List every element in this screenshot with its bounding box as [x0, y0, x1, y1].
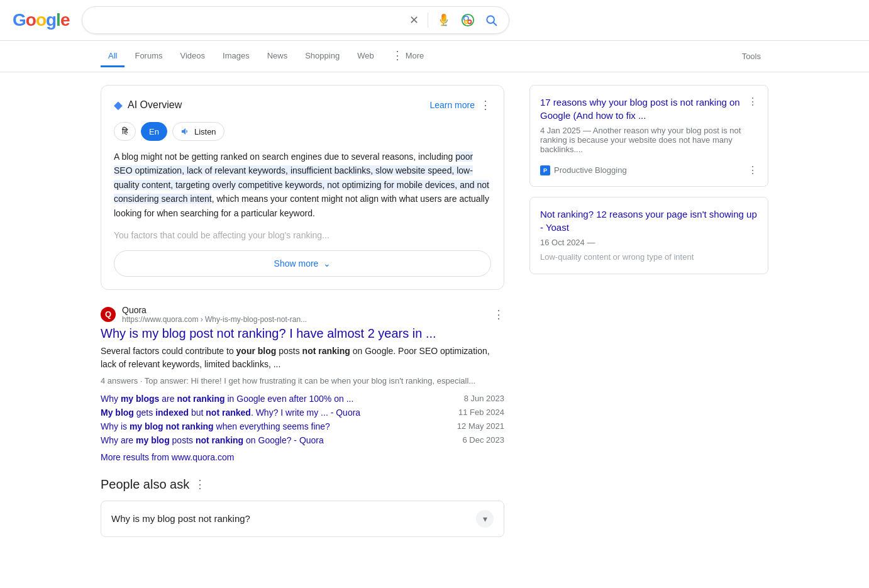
quora-favicon: Q	[101, 307, 116, 322]
sub-link-row-4: Why are my blog posts not ranking on Goo…	[101, 433, 504, 447]
result-source-row: Q Quora https://www.quora.com › Why-is-m…	[101, 305, 504, 324]
lens-icon	[461, 13, 475, 27]
svg-point-3	[465, 20, 468, 23]
right-card-1-more-icon[interactable]: ⋮	[748, 96, 758, 108]
source-url: https://www.quora.com › Why-is-my-blog-p…	[122, 315, 307, 324]
clear-icon: ✕	[409, 13, 419, 27]
lens-button[interactable]	[460, 12, 476, 28]
mic-button[interactable]	[436, 12, 452, 28]
hindi-lang-button[interactable]: हि	[114, 122, 136, 141]
clear-button[interactable]: ✕	[408, 12, 420, 28]
google-logo[interactable]: Google	[13, 10, 69, 30]
nav-item-more[interactable]: ⋮ More	[384, 43, 432, 69]
quora-result: Q Quora https://www.quora.com › Why-is-m…	[101, 305, 504, 462]
right-card-2: Not ranking? 12 reasons your page isn't …	[529, 197, 768, 274]
productive-blogging-favicon: P	[540, 165, 550, 175]
paa-question-1: Why is my blog post not ranking?	[111, 513, 250, 524]
right-card-1-header: 17 reasons why your blog post is not ran…	[540, 96, 758, 158]
nav-item-shopping[interactable]: Shopping	[297, 46, 347, 67]
more-results-link[interactable]: More results from www.quora.com	[101, 452, 504, 462]
left-column: ◆ AI Overview Learn more ⋮ हि En	[101, 85, 504, 540]
search-submit-button[interactable]	[484, 13, 499, 28]
right-card-1: 17 reasons why your blog post is not ran…	[529, 85, 768, 187]
right-card-1-date: 4 Jan 2025 — Another reason why your blo…	[540, 126, 748, 154]
paa-chevron-icon: ▾	[476, 510, 494, 528]
sub-link-3[interactable]: Why is my blog not ranking when everythi…	[101, 421, 330, 431]
ai-faded-text: You factors that could be affecting your…	[114, 230, 491, 240]
nav-item-web[interactable]: Web	[350, 46, 382, 67]
result-answers: 4 answers · Top answer: Hi there! I get …	[101, 376, 504, 386]
nav-item-all[interactable]: All	[101, 46, 125, 67]
speaker-icon	[180, 126, 191, 136]
source-info: Quora https://www.quora.com › Why-is-my-…	[122, 305, 307, 324]
sub-link-date-2: 11 Feb 2024	[458, 408, 504, 417]
nav-item-forums[interactable]: Forums	[127, 46, 170, 67]
right-card-1-content: 17 reasons why your blog post is not ran…	[540, 96, 748, 158]
paa-item-1[interactable]: Why is my blog post not ranking? ▾	[101, 501, 504, 537]
sub-link-4[interactable]: Why are my blog posts not ranking on Goo…	[101, 435, 324, 445]
nav-bar: All Forums Videos Images News Shopping W…	[0, 41, 869, 72]
right-card-1-source: P Productive Blogging ⋮	[540, 164, 758, 176]
show-more-button[interactable]: Show more ⌄	[114, 250, 491, 277]
nav-tools[interactable]: Tools	[734, 47, 768, 66]
learn-more-button[interactable]: Learn more	[429, 100, 475, 110]
nav-item-videos[interactable]: Videos	[173, 46, 213, 67]
sub-link-row-2: My blog gets indexed but not ranked. Why…	[101, 406, 504, 419]
ai-overview-box: ◆ AI Overview Learn more ⋮ हि En	[101, 85, 504, 290]
people-also-ask-section: People also ask ⋮ Why is my blog post no…	[101, 477, 504, 537]
ai-overview-actions: Learn more ⋮	[429, 98, 491, 112]
listen-button[interactable]: Listen	[172, 122, 224, 141]
nav-item-images[interactable]: Images	[215, 46, 257, 67]
right-card-1-source-more-icon[interactable]: ⋮	[748, 164, 758, 176]
paa-more-icon[interactable]: ⋮	[194, 477, 206, 491]
sub-link-date-4: 6 Dec 2023	[463, 435, 505, 445]
search-input[interactable]: why my blog is not getting ranked	[92, 14, 402, 26]
right-card-1-source-name: Productive Blogging	[554, 165, 627, 175]
dots-icon: ⋮	[392, 48, 403, 62]
sub-links: Why my blogs are not ranking in Google e…	[101, 392, 504, 447]
result-title-link[interactable]: Why is my blog post not ranking? I have …	[101, 326, 504, 341]
paa-header: People also ask ⋮	[101, 477, 504, 492]
sub-link-row-3: Why is my blog not ranking when everythi…	[101, 419, 504, 433]
sub-link-2[interactable]: My blog gets indexed but not ranked. Why…	[101, 408, 360, 418]
divider	[428, 13, 428, 28]
ai-diamond-icon: ◆	[114, 98, 123, 112]
svg-line-5	[494, 23, 497, 26]
sub-link-date-1: 8 Jun 2023	[464, 394, 504, 403]
sub-link-row-1: Why my blogs are not ranking in Google e…	[101, 392, 504, 406]
right-card-1-title[interactable]: 17 reasons why your blog post is not ran…	[540, 96, 748, 122]
svg-point-2	[468, 20, 472, 24]
right-card-2-title[interactable]: Not ranking? 12 reasons your page isn't …	[540, 208, 758, 234]
result-more-icon[interactable]: ⋮	[493, 308, 504, 321]
search-icons: ✕	[408, 12, 499, 28]
right-card-2-snippet: Low-quality content or wrong type of int…	[540, 251, 758, 263]
right-column: 17 reasons why your blog post is not ran…	[529, 85, 768, 540]
right-card-2-date: 16 Oct 2024 —	[540, 238, 758, 247]
ai-overview-text: A blog might not be getting ranked on se…	[114, 150, 491, 220]
english-lang-button[interactable]: En	[141, 122, 167, 141]
sub-link-1[interactable]: Why my blogs are not ranking in Google e…	[101, 394, 353, 404]
result-snippet: Several factors could contribute to your…	[101, 345, 504, 371]
ai-more-icon[interactable]: ⋮	[480, 98, 491, 112]
header: Google why my blog is not getting ranked…	[0, 0, 869, 41]
sub-link-date-3: 12 May 2021	[457, 421, 504, 431]
ai-overview-title: ◆ AI Overview	[114, 98, 182, 112]
source-name: Quora	[122, 305, 307, 315]
search-bar: why my blog is not getting ranked ✕	[82, 6, 509, 34]
lang-buttons: हि En Listen	[114, 122, 491, 141]
ai-overview-header: ◆ AI Overview Learn more ⋮	[114, 98, 491, 112]
mic-icon	[437, 13, 451, 27]
nav-item-news[interactable]: News	[260, 46, 296, 67]
search-icon	[485, 14, 497, 26]
main-content: ◆ AI Overview Learn more ⋮ हि En	[0, 72, 869, 552]
chevron-down-icon: ⌄	[323, 258, 331, 269]
